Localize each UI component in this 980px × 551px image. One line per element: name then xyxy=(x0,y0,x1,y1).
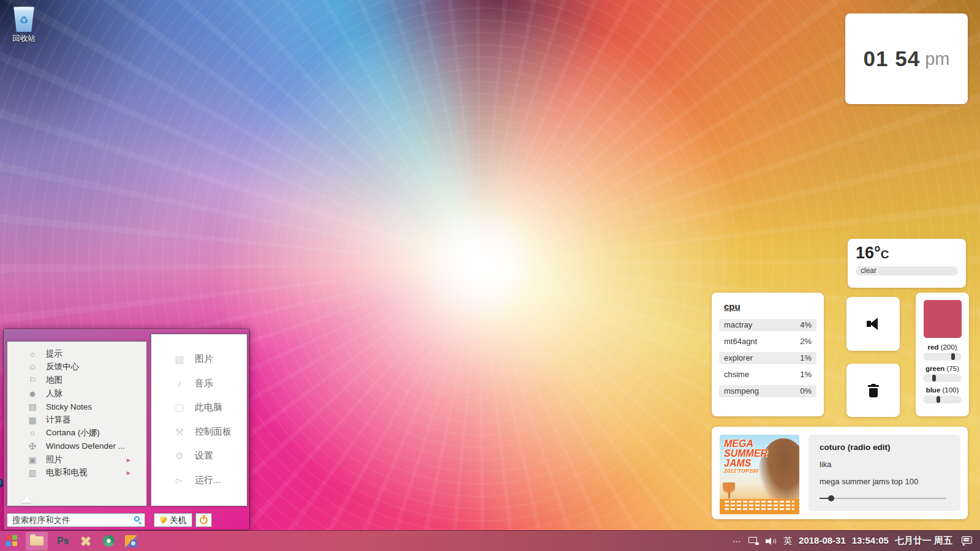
start-menu-item-photos[interactable]: ▣ 照片 ▸ xyxy=(7,453,146,467)
browser-taskbar-button[interactable] xyxy=(103,535,115,547)
menu-item-label: Cortana (小娜) xyxy=(46,427,100,438)
start-menu-item-movies-tv[interactable]: ▥ 电影和电视 ▸ xyxy=(7,466,146,479)
submenu-arrow-icon: ▸ xyxy=(127,455,130,464)
trash-widget[interactable] xyxy=(846,364,900,417)
image-viewer-taskbar-button[interactable] xyxy=(125,535,137,547)
power-icon xyxy=(200,516,208,524)
cortana-icon: ○ xyxy=(27,428,38,438)
cpu-process-row: explorer 1% xyxy=(719,352,816,364)
start-menu-item-feedback-hub[interactable]: ☺ 反馈中心 xyxy=(7,361,146,374)
blue-slider[interactable] xyxy=(923,395,962,403)
start-menu-item-sticky-notes[interactable]: ▤ Sticky Notes xyxy=(7,400,146,413)
start-menu-item-people[interactable]: ☻ 人脉 xyxy=(7,387,146,400)
input-language-indicator[interactable]: 英 xyxy=(783,536,792,547)
search-icon xyxy=(134,516,140,522)
slider-value: (75) xyxy=(947,365,959,372)
start-menu-item-music[interactable]: ♪ 音乐 xyxy=(151,372,247,396)
clock-widget[interactable]: 01 54 pm xyxy=(845,13,968,104)
start-menu-item-pictures[interactable]: ▧ 图片 xyxy=(151,347,247,372)
menu-item-label: 控制面板 xyxy=(195,426,232,438)
photoshop-taskbar-button[interactable]: Ps xyxy=(57,536,69,547)
start-menu-item-control-panel[interactable]: ⚒ 控制面板 xyxy=(151,420,247,444)
scroll-up-arrow[interactable] xyxy=(21,497,32,503)
palm-tree-graphic xyxy=(723,482,735,498)
film-icon: ▥ xyxy=(27,468,38,478)
color-swatch xyxy=(924,300,962,338)
start-menu-item-settings[interactable]: ⚙ 设置 xyxy=(151,444,247,468)
menu-item-label: 设置 xyxy=(195,450,213,462)
track-playlist: mega summer jams top 100 xyxy=(820,477,949,486)
file-explorer-taskbar-button[interactable] xyxy=(26,532,48,550)
menu-item-label: 照片 xyxy=(46,454,62,465)
clock-time: 01 54 xyxy=(864,47,921,71)
music-note-icon: ♪ xyxy=(173,378,186,389)
recycle-bin-shortcut[interactable]: ♻ 回收站 xyxy=(7,6,40,44)
tray-lunar-weekday: 七月廿一 周五 xyxy=(895,535,952,547)
clock-period: pm xyxy=(925,49,949,69)
start-button[interactable] xyxy=(6,535,18,547)
start-menu-programs-panel: ☼ 提示 ☺ 反馈中心 ⚐ 地图 ☻ 人脉 ▤ Sticky Notes ▦ 计… xyxy=(7,341,147,506)
search-input[interactable] xyxy=(7,513,145,527)
process-usage: 1% xyxy=(800,352,812,364)
menu-item-label: 电影和电视 xyxy=(46,467,88,478)
tray-overflow-button[interactable]: ⋯ xyxy=(733,536,742,546)
music-player-widget: MEGA SUMMER JAMS 2012 TOP100 coturo (rad… xyxy=(712,427,968,519)
tray-time: 13:54:05 xyxy=(852,535,889,547)
album-art[interactable]: MEGA SUMMER JAMS 2012 TOP100 xyxy=(720,435,799,514)
wrench-icon: ⚒ xyxy=(173,426,186,438)
volume-icon[interactable] xyxy=(766,537,777,545)
network-icon[interactable] xyxy=(748,537,759,545)
start-menu-item-run[interactable]: ▻ 运行... xyxy=(151,468,247,493)
clock-tray[interactable]: 2018-08-31 13:54:05 七月廿一 周五 xyxy=(799,535,952,547)
lightbulb-icon: ☼ xyxy=(27,349,38,359)
folder-icon xyxy=(30,536,43,545)
process-usage: 1% xyxy=(800,369,812,381)
start-menu-search xyxy=(7,513,145,527)
menu-item-label: 图片 xyxy=(195,353,213,365)
start-menu-item-windows-defender[interactable]: ✠ Windows Defender ... xyxy=(7,440,146,453)
calculator-icon: ▦ xyxy=(27,415,38,425)
recycle-bin-label: 回收站 xyxy=(7,34,40,44)
track-artist: lika xyxy=(820,460,949,469)
start-menu-item-cortana[interactable]: ○ Cortana (小娜) xyxy=(7,427,146,440)
green-slider[interactable] xyxy=(923,374,962,382)
menu-item-label: 此电脑 xyxy=(195,402,222,413)
seek-track xyxy=(820,498,946,499)
shutdown-button[interactable]: 关机 xyxy=(154,513,192,527)
start-menu-item-tips[interactable]: ☼ 提示 xyxy=(7,347,146,361)
blue-slider-thumb[interactable] xyxy=(937,396,940,403)
menu-item-label: 计算器 xyxy=(46,414,71,425)
process-usage: 2% xyxy=(800,335,812,348)
cpu-process-row: msmpeng 0% xyxy=(719,385,816,397)
start-menu-item-calculator[interactable]: ▦ 计算器 xyxy=(7,413,146,427)
start-menu-item-maps[interactable]: ⚐ 地图 xyxy=(7,373,146,387)
weather-widget[interactable]: 16°C clear xyxy=(848,239,966,288)
slider-name: red xyxy=(928,343,939,351)
red-slider[interactable] xyxy=(923,353,962,361)
red-slider-group: red (200) xyxy=(916,343,969,361)
slider-value: (200) xyxy=(941,343,957,351)
start-menu-places-panel: ▧ 图片 ♪ 音乐 ▢ 此电脑 ⚒ 控制面板 ⚙ 设置 ▻ 运行... xyxy=(151,334,247,506)
volume-widget[interactable] xyxy=(846,297,900,351)
green-slider-thumb[interactable] xyxy=(932,375,936,381)
color-mixer-widget: red (200) green (75) blue (100) xyxy=(916,293,969,416)
start-menu-item-this-pc[interactable]: ▢ 此电脑 xyxy=(151,395,247,420)
track-title: coturo (radio edit) xyxy=(820,443,949,452)
seek-bar[interactable] xyxy=(820,495,949,501)
feedback-icon: ☺ xyxy=(27,362,38,372)
weather-temperature: 16° xyxy=(856,244,881,262)
seek-thumb[interactable] xyxy=(828,495,834,501)
photo-icon: ▣ xyxy=(27,455,38,465)
process-name: mt64agnt xyxy=(724,335,757,348)
cpu-process-row: mt64agnt 2% xyxy=(719,335,816,348)
uac-shield-icon xyxy=(160,516,167,524)
menu-item-label: Windows Defender ... xyxy=(46,441,125,451)
process-usage: 0% xyxy=(800,385,812,397)
cpu-widget[interactable]: cpu mactray 4% mt64agnt 2% explorer 1% c… xyxy=(712,293,824,416)
red-slider-thumb[interactable] xyxy=(951,353,955,360)
action-center-icon[interactable] xyxy=(962,536,973,545)
tray-date: 2018-08-31 xyxy=(799,535,846,547)
notes-app-taskbar-button[interactable] xyxy=(80,535,92,547)
shutdown-label: 关机 xyxy=(170,515,186,526)
power-options-button[interactable] xyxy=(195,513,212,527)
